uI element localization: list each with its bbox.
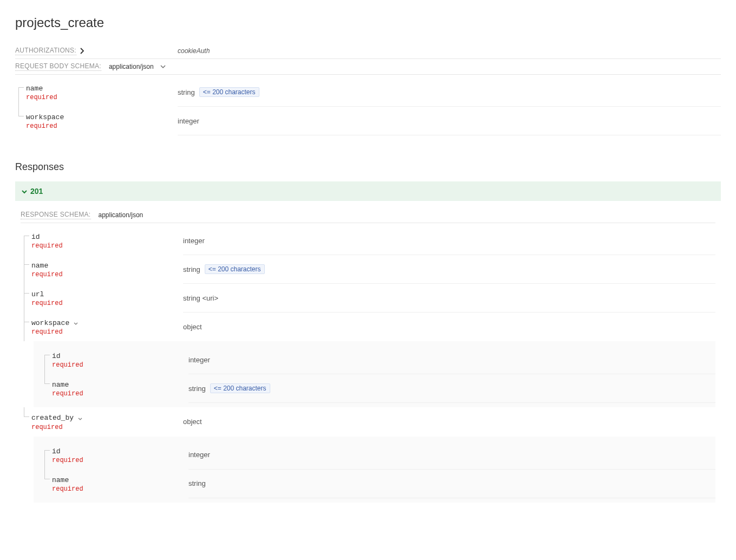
tree-connector xyxy=(41,470,52,498)
param-required: required xyxy=(26,122,178,130)
param-type: string <uri> xyxy=(183,294,218,302)
authorizations-row[interactable]: AUTHORIZATIONS: cookieAuth xyxy=(15,43,721,59)
param-constraint: <= 200 characters xyxy=(205,264,265,274)
chevron-down-icon xyxy=(22,187,27,196)
param-constraint: <= 200 characters xyxy=(210,383,270,393)
param-required: required xyxy=(31,424,183,431)
param-name: id xyxy=(52,447,61,455)
response-schema-row: RESPONSE SCHEMA: application/json xyxy=(21,207,715,223)
param-type: string xyxy=(188,479,206,487)
nested-params-created-by: id required integer name required string xyxy=(34,437,715,503)
param-required: required xyxy=(31,299,183,307)
param-name: name xyxy=(52,381,69,389)
tree-connector xyxy=(41,346,52,374)
chevron-down-icon xyxy=(78,414,82,422)
param-type: integer xyxy=(178,117,199,125)
responses-heading: Responses xyxy=(15,161,721,173)
request-body-schema-row: REQUEST BODY SCHEMA: application/json xyxy=(15,59,721,75)
param-constraint: <= 200 characters xyxy=(199,87,259,97)
param-row: id required integer xyxy=(41,346,715,374)
response-params: id required integer name required string… xyxy=(21,226,715,503)
param-required: required xyxy=(52,390,188,398)
param-name: id xyxy=(31,233,40,241)
param-type: string xyxy=(183,265,200,274)
param-required: required xyxy=(52,485,188,493)
param-type: object xyxy=(183,323,202,331)
param-row: name required string <= 200 characters xyxy=(21,255,715,284)
param-row: workspace required integer xyxy=(15,107,721,135)
tree-connector xyxy=(21,284,31,312)
param-row: name required string xyxy=(41,470,715,498)
param-row: name required string <= 200 characters xyxy=(41,374,715,403)
param-required: required xyxy=(31,328,183,336)
authorizations-label: AUTHORIZATIONS: xyxy=(15,47,76,55)
param-name: name xyxy=(31,262,48,270)
response-code: 201 xyxy=(30,187,43,196)
chevron-down-icon[interactable] xyxy=(160,65,166,69)
response-201-toggle[interactable]: 201 xyxy=(15,181,721,201)
chevron-down-icon xyxy=(74,318,78,327)
param-required: required xyxy=(31,271,183,278)
request-body-content-type[interactable]: application/json xyxy=(109,63,154,70)
param-type: string xyxy=(178,88,195,96)
param-name: created_by xyxy=(31,414,74,422)
param-type: integer xyxy=(188,451,210,459)
tree-connector xyxy=(21,407,31,436)
param-type: integer xyxy=(188,356,210,364)
tree-connector xyxy=(21,255,31,284)
operation-title: projects_create xyxy=(15,15,721,30)
param-row: id required integer xyxy=(41,441,715,470)
param-name: workspace xyxy=(31,319,69,327)
param-name: name xyxy=(52,476,69,484)
param-name: url xyxy=(31,290,44,298)
nested-params-workspace: id required integer name required string… xyxy=(34,341,715,407)
response-schema-label: RESPONSE SCHEMA: xyxy=(21,211,91,219)
tree-connector xyxy=(21,312,31,341)
param-row-expandable[interactable]: workspace required object xyxy=(21,312,715,341)
response-201-body: RESPONSE SCHEMA: application/json id req… xyxy=(15,201,721,503)
param-required: required xyxy=(52,361,188,369)
param-name: workspace xyxy=(26,113,64,121)
param-name: name xyxy=(26,84,43,93)
tree-connector xyxy=(41,441,52,470)
param-required: required xyxy=(52,457,188,464)
param-required: required xyxy=(26,94,178,101)
param-type: object xyxy=(183,418,202,426)
param-name: id xyxy=(52,352,61,360)
tree-connector xyxy=(41,374,52,403)
request-body-label: REQUEST BODY SCHEMA: xyxy=(15,62,101,71)
param-required: required xyxy=(31,242,183,250)
response-content-type: application/json xyxy=(99,211,144,219)
request-body-params: name required string <= 200 characters w… xyxy=(15,78,721,135)
chevron-right-icon xyxy=(79,47,86,55)
param-row: id required integer xyxy=(21,226,715,255)
tree-connector xyxy=(15,78,26,107)
tree-connector xyxy=(15,107,26,135)
param-row: url required string <uri> xyxy=(21,284,715,312)
param-row-expandable[interactable]: created_by required object xyxy=(21,407,715,436)
tree-connector xyxy=(21,226,31,255)
authorizations-value: cookieAuth xyxy=(178,47,210,55)
param-type: string xyxy=(188,385,206,393)
param-type: integer xyxy=(183,237,205,245)
param-row: name required string <= 200 characters xyxy=(15,78,721,107)
